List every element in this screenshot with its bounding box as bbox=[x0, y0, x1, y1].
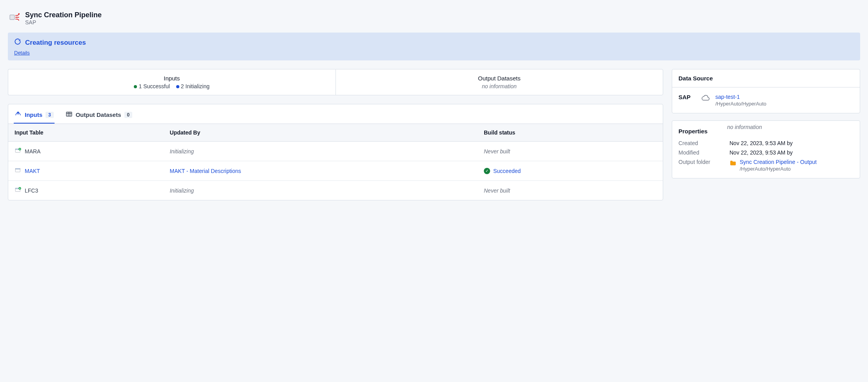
table-row-updated-by: Initializing bbox=[170, 187, 193, 194]
table-row-name[interactable]: MAKT bbox=[25, 168, 40, 174]
build-status-never-built: Never built bbox=[484, 148, 510, 155]
dot-success-icon bbox=[134, 85, 137, 88]
table-row: MAKTMAKT - Material Descriptions✓Succeed… bbox=[8, 161, 663, 181]
inputs-table: Input Table Updated By Build status MARA… bbox=[8, 124, 663, 200]
table-row-name: MARA bbox=[25, 148, 40, 155]
check-circle-icon: ✓ bbox=[484, 168, 490, 174]
output-folder-link[interactable]: Sync Creation Pipeline - Output bbox=[740, 159, 817, 165]
tabbed-panel: Inputs 3 Output Datasets 0 bbox=[8, 104, 663, 200]
dataset-icon bbox=[15, 167, 22, 175]
status-banner-title: Creating resources bbox=[25, 39, 86, 47]
prop-created-value: Nov 22, 2023, 9:53 AM by bbox=[729, 140, 853, 146]
summary-outputs-sub: no information bbox=[342, 83, 657, 89]
svg-rect-0 bbox=[10, 15, 15, 20]
details-link[interactable]: Details bbox=[14, 50, 30, 56]
page-header: Sync Creation Pipeline SAP bbox=[8, 8, 860, 33]
summary-inputs-sub: 1 Successful 2 Initializing bbox=[15, 83, 329, 89]
table-row-updated-by[interactable]: MAKT - Material Descriptions bbox=[170, 168, 241, 174]
col-updated-by: Updated By bbox=[163, 124, 478, 142]
tab-inputs[interactable]: Inputs 3 bbox=[14, 108, 55, 124]
page-subtitle: SAP bbox=[25, 19, 102, 25]
folder-icon bbox=[729, 160, 737, 167]
col-build-status: Build status bbox=[478, 124, 663, 142]
svg-rect-7 bbox=[15, 169, 20, 169]
data-source-path: /HyperAuto/HyperAuto bbox=[715, 101, 766, 107]
table-row: MARAInitializingNever built bbox=[8, 142, 663, 161]
summary-row: Inputs 1 Successful 2 Initializing Outpu… bbox=[8, 69, 663, 95]
table-row-name: LFC3 bbox=[25, 187, 38, 194]
properties-noinfo: no information bbox=[727, 124, 762, 130]
prop-created-label: Created bbox=[678, 140, 726, 146]
summary-inputs-title: Inputs bbox=[15, 75, 329, 82]
data-source-name-link[interactable]: sap-test-1 bbox=[715, 94, 766, 100]
tab-inputs-label: Inputs bbox=[25, 111, 42, 118]
summary-outputs-title: Output Datasets bbox=[342, 75, 657, 82]
data-source-label: SAP bbox=[678, 94, 696, 100]
refresh-icon bbox=[14, 38, 21, 47]
status-banner: Creating resources Details bbox=[8, 33, 860, 60]
table-row: LFC3InitializingNever built bbox=[8, 181, 663, 200]
prop-modified-value: Nov 22, 2023, 9:53 AM by bbox=[729, 149, 853, 156]
pipeline-icon bbox=[9, 12, 20, 23]
dot-initializing-icon bbox=[176, 85, 179, 88]
properties-panel: no information Properties Created Nov 22… bbox=[672, 120, 860, 178]
prop-output-folder-value: Sync Creation Pipeline - Output /HyperAu… bbox=[729, 159, 853, 172]
dataset-new-icon bbox=[15, 186, 22, 195]
tab-outputs-label: Output Datasets bbox=[76, 111, 121, 118]
cloud-icon bbox=[701, 94, 710, 104]
build-status-never-built: Never built bbox=[484, 187, 510, 194]
summary-inputs-card[interactable]: Inputs 1 Successful 2 Initializing bbox=[8, 69, 336, 95]
summary-outputs-card[interactable]: Output Datasets no information bbox=[336, 69, 664, 95]
build-status-succeeded: ✓Succeeded bbox=[484, 168, 656, 174]
tab-output-datasets[interactable]: Output Datasets 0 bbox=[65, 108, 133, 124]
properties-title: Properties bbox=[672, 121, 860, 138]
prop-modified-label: Modified bbox=[678, 149, 726, 156]
output-folder-path: /HyperAuto/HyperAuto bbox=[740, 166, 817, 172]
tab-outputs-count: 0 bbox=[124, 112, 133, 118]
tab-inputs-count: 3 bbox=[46, 112, 54, 118]
upload-icon bbox=[15, 111, 22, 119]
svg-rect-2 bbox=[66, 112, 72, 116]
table-row-updated-by: Initializing bbox=[170, 148, 193, 155]
data-source-title: Data Source bbox=[672, 69, 860, 87]
prop-output-folder-label: Output folder bbox=[678, 159, 726, 165]
data-source-panel: Data Source SAP sap-test-1 /HyperAuto/Hy… bbox=[672, 69, 860, 113]
dataset-new-icon bbox=[15, 147, 22, 155]
col-input-table: Input Table bbox=[8, 124, 163, 142]
page-title: Sync Creation Pipeline bbox=[25, 11, 102, 19]
table-icon bbox=[66, 111, 73, 119]
